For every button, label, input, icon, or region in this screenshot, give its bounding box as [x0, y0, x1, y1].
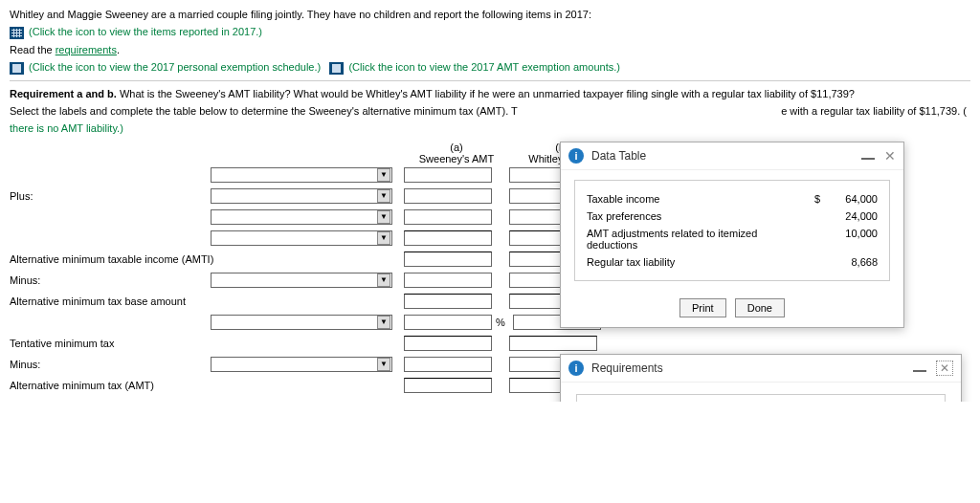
- row2-a-input[interactable]: [404, 188, 492, 204]
- requirements-link[interactable]: requirements: [56, 44, 117, 55]
- data-table-done-button[interactable]: Done: [735, 298, 785, 317]
- dt-row2-val: 24,000: [820, 210, 878, 222]
- data-table-popup: i Data Table ✕ Taxable income$64,000 Tax…: [560, 142, 904, 328]
- info-icon: i: [568, 148, 584, 164]
- row4-label-dd[interactable]: ▼: [211, 230, 392, 246]
- minimize-icon[interactable]: [913, 370, 926, 372]
- instruction-post: e with a regular tax liability of $11,73…: [781, 105, 967, 117]
- row6-a-input[interactable]: [404, 273, 492, 288]
- row10-a-input[interactable]: [404, 357, 492, 372]
- close-icon[interactable]: ✕: [936, 361, 953, 376]
- divider: [10, 80, 970, 81]
- close-icon[interactable]: ✕: [884, 148, 896, 164]
- minimize-icon[interactable]: [861, 158, 875, 160]
- chevron-down-icon: ▼: [377, 316, 390, 329]
- read-the: Read the: [10, 44, 56, 55]
- items-link[interactable]: (Click the icon to view the items report…: [29, 26, 262, 37]
- amt-exemption-link[interactable]: (Click the icon to view the 2017 AMT exe…: [348, 61, 620, 73]
- row1-label-dd[interactable]: ▼: [211, 167, 392, 183]
- dt-row2-label: Tax preferences: [587, 210, 801, 222]
- dt-row4-val: 8,668: [820, 256, 878, 268]
- dt-row1-cur: $: [801, 193, 820, 205]
- dt-row3-val: 10,000: [820, 228, 878, 251]
- row6-label-dd[interactable]: ▼: [211, 273, 392, 288]
- base-label: Alternative minimum tax base amount: [10, 295, 404, 307]
- amti-label: Alternative minimum taxable income (AMTI…: [10, 253, 404, 265]
- data-table-print-button[interactable]: Print: [679, 298, 726, 317]
- dt-row1-label: Taxable income: [587, 193, 801, 205]
- row1-a-input[interactable]: [404, 167, 492, 183]
- tent-a-input[interactable]: [404, 336, 492, 351]
- minus-label-2: Minus:: [10, 359, 211, 370]
- instruction-hint: there is no AMT liability.): [10, 121, 970, 135]
- col-a-top: (a): [404, 142, 509, 153]
- plus-label: Plus:: [10, 190, 211, 202]
- row4-a-input[interactable]: [404, 230, 492, 246]
- requirement-heading: Requirement a and b.: [10, 88, 117, 99]
- requirements-title: Requirements: [591, 361, 663, 375]
- dt-row1-val: 64,000: [820, 193, 878, 205]
- row10-label-dd[interactable]: ▼: [211, 357, 392, 372]
- row8-a-input[interactable]: [404, 315, 492, 330]
- period: .: [117, 44, 120, 55]
- dt-row4-label: Regular tax liability: [587, 256, 801, 268]
- amti-a-input[interactable]: [404, 252, 492, 267]
- chevron-down-icon: ▼: [377, 358, 390, 371]
- chevron-down-icon: ▼: [377, 189, 390, 203]
- amt-a-input[interactable]: [404, 378, 492, 393]
- items-icon[interactable]: [10, 27, 24, 39]
- base-a-input[interactable]: [404, 294, 492, 309]
- instruction-pre: Select the labels and complete the table…: [10, 105, 518, 117]
- col-a-sub: Sweeney's AMT: [404, 153, 509, 164]
- info-icon: i: [568, 361, 584, 376]
- tent-b-input[interactable]: [509, 336, 597, 351]
- row8-label-dd[interactable]: ▼: [211, 315, 392, 330]
- intro-line1: Whitley and Maggie Sweeney are a married…: [10, 8, 970, 21]
- minus-label: Minus:: [10, 274, 211, 286]
- amt-label: Alternative minimum tax (AMT): [10, 380, 404, 391]
- row2-label-dd[interactable]: ▼: [211, 188, 392, 204]
- requirements-popup: i Requirements ✕ What is the Sweeney's A…: [560, 354, 962, 402]
- tentative-label: Tentative minimum tax: [10, 338, 404, 349]
- pct-a: %: [496, 317, 505, 328]
- row3-label-dd[interactable]: ▼: [211, 209, 392, 225]
- exemption-schedule-link[interactable]: (Click the icon to view the 2017 persona…: [29, 61, 321, 73]
- amt-exemption-icon[interactable]: [329, 62, 344, 75]
- chevron-down-icon: ▼: [377, 210, 390, 224]
- chevron-down-icon: ▼: [377, 273, 390, 287]
- chevron-down-icon: ▼: [377, 231, 390, 245]
- data-table-title: Data Table: [591, 149, 646, 163]
- chevron-down-icon: ▼: [377, 168, 390, 182]
- dt-row3-label: AMT adjustments related to itemized dedu…: [587, 228, 801, 251]
- requirement-text: What is the Sweeney's AMT liability? Wha…: [117, 88, 855, 99]
- exemption-schedule-icon[interactable]: [10, 62, 24, 75]
- row3-a-input[interactable]: [404, 209, 492, 225]
